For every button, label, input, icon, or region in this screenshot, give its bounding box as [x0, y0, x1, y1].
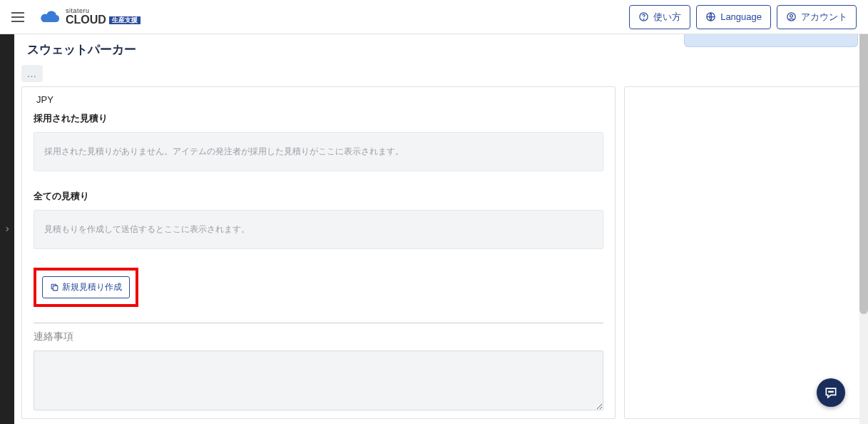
- svg-point-1: [643, 19, 644, 19]
- user-circle-icon: [786, 11, 797, 22]
- svg-point-6: [829, 391, 829, 392]
- all-estimates-label: 全ての見積り: [34, 190, 603, 203]
- logo-badge: 生産支援: [109, 16, 141, 24]
- adopted-estimates-label: 採用された見積り: [34, 112, 603, 125]
- main-card: JPY 採用された見積り 採用された見積りがありません。アイテムの発注者が採用し…: [21, 86, 616, 419]
- account-button[interactable]: アカウント: [777, 5, 857, 29]
- howto-button[interactable]: 使い方: [629, 5, 690, 29]
- logo[interactable]: sitateru CLOUD 生産支援: [40, 8, 141, 26]
- create-estimate-button[interactable]: 新規見積り作成: [42, 276, 130, 298]
- notes-textarea[interactable]: [34, 350, 603, 410]
- svg-point-4: [790, 14, 793, 17]
- divider: [34, 323, 603, 323]
- top-bar: sitateru CLOUD 生産支援 使い方 Language アカウント: [0, 0, 868, 34]
- chat-fab[interactable]: [817, 378, 845, 407]
- side-card: [624, 86, 861, 419]
- left-rail-expand[interactable]: [0, 34, 14, 424]
- cloud-icon: [40, 9, 61, 25]
- globe-icon: [705, 11, 716, 22]
- logo-title: CLOUD: [66, 14, 106, 26]
- highlight-frame: 新規見積り作成: [34, 268, 138, 307]
- menu-icon[interactable]: [11, 9, 29, 26]
- notes-label: 連絡事項: [34, 330, 603, 343]
- adopted-estimates-empty: 採用された見積りがありません。アイテムの発注者が採用した見積りがここに表示されま…: [34, 132, 603, 171]
- language-button[interactable]: Language: [696, 5, 771, 29]
- scrollbar-thumb[interactable]: [859, 7, 868, 314]
- more-actions-button[interactable]: …: [21, 65, 43, 82]
- svg-point-8: [832, 391, 833, 392]
- kebab-icon: …: [27, 68, 38, 79]
- chevron-right-icon: [4, 226, 11, 233]
- currency-label: JPY: [34, 94, 603, 105]
- all-estimates-empty: 見積もりを作成して送信するとここに表示されます。: [34, 210, 603, 249]
- scrollbar[interactable]: [859, 0, 868, 424]
- help-circle-icon: [638, 11, 649, 22]
- chat-icon: [824, 385, 838, 400]
- collapsed-panel-tab[interactable]: [684, 34, 858, 47]
- svg-point-7: [830, 391, 831, 392]
- svg-rect-5: [53, 286, 58, 291]
- copy-icon: [50, 283, 59, 292]
